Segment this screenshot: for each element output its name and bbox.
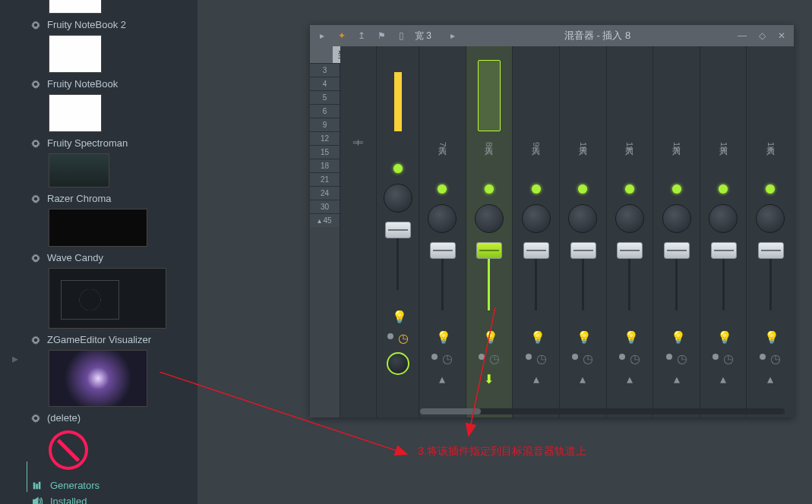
width-label[interactable]: 宽 3: [415, 30, 431, 43]
pan-knob[interactable]: [384, 184, 412, 213]
db-marker[interactable]: 21: [310, 172, 340, 186]
fx-bulb-icon[interactable]: 💡: [624, 330, 636, 342]
plugin-item[interactable]: ZGameEditor Visualizer: [30, 332, 197, 348]
mixer-track[interactable]: 插入 7 💡 ◷ ▴: [419, 46, 466, 417]
pan-knob[interactable]: [568, 204, 597, 233]
plugin-item[interactable]: Razer Chroma: [30, 191, 197, 206]
db-marker[interactable]: 3: [310, 63, 340, 77]
mute-toggle[interactable]: [672, 184, 681, 194]
db-marker[interactable]: 24: [310, 186, 340, 200]
fx-bulb-icon[interactable]: 💡: [483, 330, 495, 342]
chevron-right-icon[interactable]: ▸: [447, 30, 459, 42]
route-clock-icon[interactable]: ◷: [442, 351, 453, 362]
send-arrow-icon[interactable]: ▴: [764, 373, 776, 385]
route-dot[interactable]: [666, 354, 672, 360]
mixer-scrollbar[interactable]: [420, 408, 785, 414]
db-marker[interactable]: 4: [310, 77, 340, 90]
db-marker[interactable]: 18: [310, 159, 340, 172]
volume-fader[interactable]: [617, 242, 643, 259]
pan-knob[interactable]: [615, 204, 644, 233]
db-marker[interactable]: 9: [310, 118, 340, 131]
db-marker[interactable]: 6: [310, 104, 340, 118]
fx-bulb-icon[interactable]: 💡: [764, 330, 776, 342]
pan-knob[interactable]: [475, 204, 504, 233]
volume-fader[interactable]: [385, 222, 411, 238]
mute-toggle[interactable]: [766, 184, 775, 194]
pan-knob[interactable]: [662, 204, 691, 233]
volume-fader[interactable]: [711, 242, 737, 259]
brush-icon[interactable]: ✦: [336, 30, 348, 42]
plugin-item-delete[interactable]: (delete): [30, 410, 197, 426]
db-marker[interactable]: ▴45: [310, 213, 340, 227]
send-arrow-icon[interactable]: ▴: [624, 373, 636, 385]
flag-icon[interactable]: ⚑: [375, 30, 387, 42]
route-dot[interactable]: [526, 354, 532, 360]
volume-fader[interactable]: [523, 242, 549, 259]
mute-toggle[interactable]: [719, 184, 728, 194]
sidebar-expand-handle[interactable]: ▸: [11, 349, 19, 368]
volume-fader[interactable]: [430, 242, 456, 259]
mixer-track[interactable]: 插入 13 💡 ◷ ▴: [700, 46, 747, 417]
mixer-track[interactable]: 插入 9 💡 ◷ ▴: [513, 46, 560, 417]
send-arrow-down-icon[interactable]: ⬇: [483, 373, 495, 385]
route-dot[interactable]: [387, 333, 393, 339]
tree-item-installed[interactable]: Installed: [32, 493, 197, 504]
route-dot[interactable]: [712, 354, 719, 360]
tree-item-generators[interactable]: Generators: [32, 477, 197, 493]
current-track-column[interactable]: ╫: [340, 46, 377, 417]
volume-fader[interactable]: [570, 242, 596, 259]
fx-bulb-icon[interactable]: 💡: [671, 330, 683, 342]
volume-fader[interactable]: [664, 242, 690, 259]
route-dot[interactable]: [431, 354, 438, 360]
plugin-thumbnail[interactable]: [49, 153, 109, 187]
mute-toggle[interactable]: [625, 184, 634, 194]
arrow-up-icon[interactable]: ↥: [355, 30, 368, 42]
send-arrow-icon[interactable]: ▴: [717, 373, 729, 385]
send-arrow-icon[interactable]: ▴: [530, 373, 542, 385]
mixer-track-selected[interactable]: 插入 8 💡 ◷ ⬇: [466, 46, 513, 417]
mixer-track[interactable]: 插入 14 💡 ◷ ▴: [747, 46, 794, 417]
send-knob[interactable]: [387, 352, 409, 375]
volume-fader[interactable]: [758, 242, 784, 259]
db-marker[interactable]: 12: [310, 131, 340, 145]
route-clock-icon[interactable]: ◷: [723, 351, 734, 362]
route-clock-icon[interactable]: ◷: [630, 351, 640, 362]
mute-toggle[interactable]: [532, 184, 541, 194]
fx-bulb-icon[interactable]: 💡: [530, 330, 542, 342]
send-arrow-icon[interactable]: ▴: [577, 373, 589, 385]
route-clock-icon[interactable]: ◷: [583, 351, 593, 362]
plugin-thumbnail[interactable]: [49, 0, 102, 14]
db-marker[interactable]: 15: [310, 145, 340, 159]
mute-toggle[interactable]: [578, 184, 587, 194]
plugin-thumbnail[interactable]: [49, 94, 102, 132]
fx-bulb-icon[interactable]: 💡: [717, 330, 729, 342]
db-marker[interactable]: 30: [310, 200, 340, 213]
plugin-item[interactable]: Fruity Spectroman: [30, 135, 197, 151]
pan-knob[interactable]: [522, 204, 551, 233]
route-dot[interactable]: [572, 354, 578, 360]
pan-knob[interactable]: [428, 204, 457, 233]
fx-bulb-icon[interactable]: 💡: [392, 310, 404, 322]
mute-toggle[interactable]: [485, 184, 494, 194]
pan-knob[interactable]: [709, 204, 738, 233]
plugin-item[interactable]: Fruity NoteBook 2: [30, 17, 197, 33]
route-clock-icon[interactable]: ◷: [536, 351, 547, 362]
fx-bulb-icon[interactable]: 💡: [436, 330, 448, 342]
master-track-column[interactable]: 💡 ◷: [377, 46, 419, 417]
layout-icon[interactable]: ▯: [395, 30, 407, 42]
mixer-titlebar[interactable]: ▸ ✦ ↥ ⚑ ▯ 宽 3 ▸ 混音器 - 插入 8 — ◇ ✕: [310, 25, 794, 46]
delete-icon[interactable]: [49, 430, 88, 470]
db-marker[interactable]: 5: [310, 90, 340, 104]
send-arrow-icon[interactable]: ▴: [671, 373, 683, 385]
send-arrow-icon[interactable]: ▴: [436, 373, 448, 385]
scrollbar-thumb[interactable]: [420, 408, 481, 414]
minimize-icon[interactable]: —: [736, 30, 748, 42]
volume-fader[interactable]: [476, 242, 502, 259]
close-icon[interactable]: ✕: [776, 30, 788, 42]
route-clock-icon[interactable]: ◷: [770, 351, 781, 362]
maximize-icon[interactable]: ◇: [756, 30, 768, 42]
plugin-item[interactable]: Fruity NoteBook: [30, 76, 197, 92]
route-dot[interactable]: [479, 354, 485, 360]
route-dot[interactable]: [760, 354, 766, 360]
mute-toggle[interactable]: [393, 164, 403, 173]
